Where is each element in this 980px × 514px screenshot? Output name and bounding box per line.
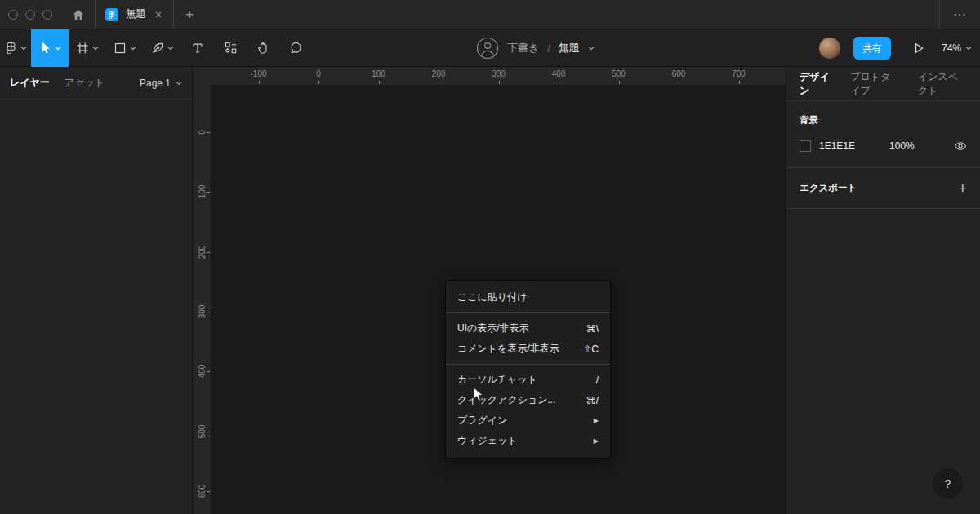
eye-icon: [954, 140, 967, 153]
opacity-value[interactable]: 100%: [889, 140, 915, 152]
tab-layers[interactable]: レイヤー: [10, 76, 50, 90]
page-selector[interactable]: Page 1: [140, 78, 182, 89]
hand-tool-button[interactable]: [247, 29, 279, 67]
context-menu-item[interactable]: UIの表示/非表示⌘\: [446, 318, 610, 339]
comment-icon: [289, 41, 303, 55]
mouse-cursor-icon: [471, 386, 483, 403]
move-tool-button[interactable]: [31, 29, 69, 67]
context-menu-item[interactable]: ここに貼り付け: [446, 287, 610, 308]
ruler-h-label: 400: [552, 69, 566, 78]
figma-file-icon: [105, 8, 118, 21]
home-button[interactable]: [62, 0, 95, 29]
toolbar-right-group: 共有 74%: [819, 29, 972, 67]
ruler-v-label: 500: [198, 424, 207, 438]
window-tab-bar: 無題 × + ⋯: [0, 0, 980, 29]
layers-panel: レイヤー アセット Page 1: [0, 67, 193, 514]
ruler-h-tick: [318, 81, 319, 84]
home-icon: [72, 8, 85, 21]
add-export-button[interactable]: +: [958, 181, 967, 196]
context-menu-item[interactable]: ウィジェット▶: [446, 431, 610, 451]
tab-inspect[interactable]: インスペクト: [918, 70, 967, 98]
ruler-v-tick: [207, 371, 210, 372]
figma-logo-icon: [5, 42, 17, 54]
ruler-v-label: 600: [198, 484, 207, 498]
file-tab[interactable]: 無題 ×: [96, 0, 173, 29]
shape-tool-button[interactable]: [106, 29, 144, 67]
context-menu-item-shortcut: /: [596, 374, 599, 386]
ruler-v-tick: [207, 312, 210, 312]
text-tool-icon: [191, 42, 204, 55]
share-button[interactable]: 共有: [853, 37, 891, 60]
breadcrumb-project[interactable]: 下書き: [507, 41, 539, 55]
rectangle-tool-icon: [114, 42, 127, 55]
tab-design[interactable]: デザイン: [800, 70, 832, 98]
context-menu-item-label: カーソルチャット: [457, 373, 537, 387]
drafts-avatar-icon: [476, 37, 499, 60]
chevron-down-icon: [92, 46, 99, 51]
ruler-v-tick: [207, 432, 210, 432]
resources-tool-button[interactable]: [214, 29, 247, 67]
window-zoom-icon[interactable]: [42, 10, 52, 20]
context-menu-item-label: ウィジェット: [457, 434, 518, 448]
components-icon: [224, 41, 238, 55]
comment-tool-button[interactable]: [279, 29, 312, 67]
submenu-arrow-icon: ▶: [594, 437, 599, 445]
zoom-level: 74%: [942, 42, 961, 54]
ruler-v-label: 300: [198, 305, 207, 319]
context-menu-divider: [446, 364, 610, 365]
hand-icon: [256, 41, 270, 55]
ruler-h-label: 0: [316, 69, 321, 78]
frame-tool-button[interactable]: [69, 29, 106, 67]
window-overflow-menu-button[interactable]: ⋯: [940, 7, 980, 22]
file-name[interactable]: 無題: [559, 41, 580, 55]
export-section: エクスポート +: [786, 168, 980, 209]
background-color-row: 1E1E1E 100%: [800, 140, 967, 153]
ruler-v-tick: [207, 192, 210, 193]
new-tab-button[interactable]: +: [174, 7, 205, 23]
pen-tool-button[interactable]: [144, 29, 181, 67]
text-tool-button[interactable]: [181, 29, 214, 67]
pen-tool-icon: [151, 42, 164, 55]
ruler-v-label: 200: [198, 245, 207, 259]
chevron-down-icon: [55, 46, 61, 51]
submenu-arrow-icon: ▶: [594, 417, 599, 424]
tab-prototype[interactable]: プロトタイプ: [850, 70, 899, 98]
breadcrumb-separator: /: [547, 42, 550, 55]
ruler-v-tick: [207, 491, 210, 492]
chevron-down-icon[interactable]: [588, 46, 595, 51]
ruler-h-tick: [559, 81, 559, 84]
help-button[interactable]: ?: [933, 468, 963, 498]
context-menu-item-label: プラグイン: [457, 414, 507, 428]
ruler-h-tick: [679, 81, 679, 84]
ruler-v-tick: [207, 132, 210, 133]
ruler-v-tick: [207, 252, 210, 253]
context-menu: ここに貼り付けUIの表示/非表示⌘\コメントを表示/非表示⇧Cカーソルチャット/…: [446, 281, 610, 458]
color-swatch[interactable]: [800, 140, 811, 152]
context-menu-item-label: UIの表示/非表示: [457, 321, 529, 335]
user-avatar[interactable]: [819, 38, 840, 59]
zoom-menu-button[interactable]: 74%: [942, 42, 972, 54]
context-menu-item[interactable]: プラグイン▶: [446, 410, 610, 431]
tab-close-icon[interactable]: ×: [154, 7, 163, 22]
visibility-toggle-button[interactable]: [954, 140, 967, 153]
ruler-v-label: 100: [198, 185, 207, 199]
color-hex-value[interactable]: 1E1E1E: [819, 140, 855, 152]
ruler-h-tick: [439, 81, 439, 84]
context-menu-item[interactable]: コメントを表示/非表示⇧C: [446, 339, 610, 359]
context-menu-item-shortcut: ⌘/: [586, 395, 599, 406]
present-button[interactable]: [907, 42, 930, 55]
file-title-group: 下書き / 無題: [476, 29, 595, 67]
background-section-title: 背景: [800, 114, 967, 126]
ruler-v-label: 0: [198, 130, 207, 135]
tab-assets[interactable]: アセット: [65, 76, 105, 90]
page-selector-label: Page 1: [140, 78, 171, 89]
ruler-h-label: -100: [250, 69, 266, 78]
window-close-icon[interactable]: [8, 10, 18, 20]
window-minimize-icon[interactable]: [25, 10, 35, 20]
move-tool-icon: [38, 41, 51, 55]
ruler-h-label: 200: [432, 69, 446, 78]
figma-app-window: { "colors": { "accent": "#18a0fb", "canv…: [0, 0, 980, 514]
play-icon: [912, 42, 925, 55]
toolbar: 下書き / 無題 共有 74%: [0, 29, 980, 67]
main-menu-button[interactable]: [0, 29, 31, 67]
